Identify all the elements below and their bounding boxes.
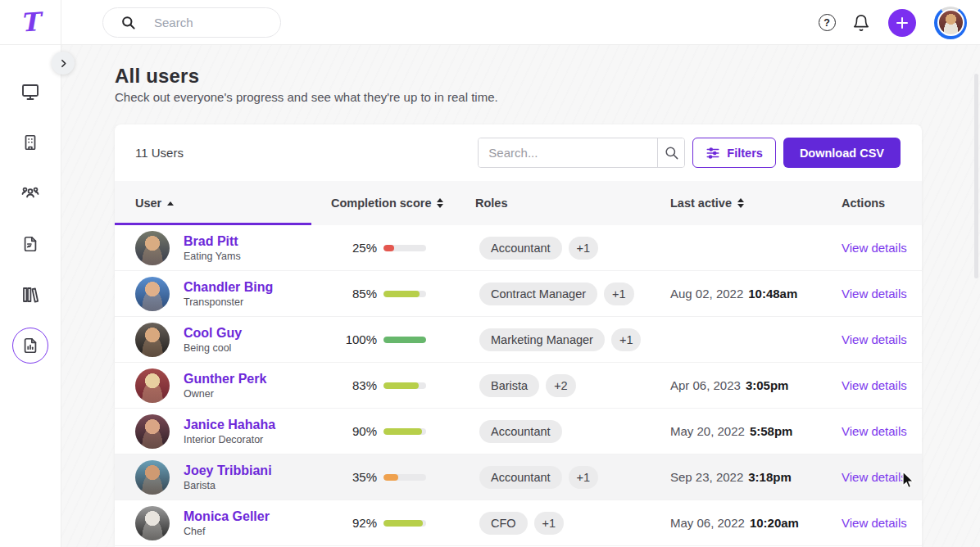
- last-active-date: May 06, 2022: [670, 516, 745, 530]
- user-name-link[interactable]: Gunther Perk: [184, 372, 266, 387]
- user-name-link[interactable]: Cool Guy: [184, 326, 242, 341]
- help-icon: ?: [819, 14, 836, 31]
- building-icon: [21, 133, 39, 151]
- roles-cell: CFO+1: [475, 512, 670, 535]
- actions-cell: View details: [842, 516, 922, 531]
- sidebar-expand-button[interactable]: [52, 52, 75, 75]
- notifications-button[interactable]: [851, 12, 872, 34]
- progress-bar-fill: [383, 337, 426, 343]
- sort-asc-icon: [167, 201, 174, 206]
- role-pill: Accountant: [479, 466, 562, 489]
- completion-score-value: 83%: [331, 378, 377, 392]
- last-active-cell: May 20, 20225:58pm: [670, 424, 842, 438]
- sidebar: [0, 45, 61, 547]
- table-search[interactable]: [478, 138, 685, 168]
- user-name-link[interactable]: Joey Tribbiani: [184, 463, 272, 478]
- global-search-input[interactable]: [154, 16, 269, 29]
- table-row[interactable]: Joey Tribbiani Barista 35% Accountant+1 …: [115, 454, 922, 500]
- sort-icon: [737, 198, 744, 208]
- user-meta: Janice Hahaha Interior Decorator: [184, 418, 275, 445]
- table-row[interactable]: Monica Geller Chef 92% CFO+1 May 06, 202…: [115, 500, 922, 546]
- sidebar-item-contracts[interactable]: [12, 226, 48, 262]
- page-scrollbar[interactable]: [974, 74, 978, 278]
- last-active-cell: [670, 332, 842, 346]
- completion-score-value: 25%: [331, 241, 377, 255]
- user-name-link[interactable]: Brad Pitt: [184, 234, 241, 249]
- sidebar-item-reports[interactable]: [12, 328, 48, 364]
- completion-score-value: 92%: [331, 516, 377, 530]
- user-name-link[interactable]: Monica Geller: [184, 509, 270, 524]
- column-header-completion-score[interactable]: Completion score: [331, 197, 475, 210]
- search-icon: [120, 15, 136, 30]
- global-search[interactable]: [102, 7, 281, 38]
- table-row[interactable]: Janice Hahaha Interior Decorator 90% Acc…: [115, 409, 922, 454]
- actions-cell: View details: [842, 470, 922, 485]
- page-subtitle: Check out everyone's progress and see wh…: [115, 90, 498, 104]
- table-header: User Completion score Roles Last active …: [115, 181, 922, 225]
- last-active-time: 5:58pm: [750, 424, 793, 438]
- app-logo[interactable]: T: [0, 0, 61, 45]
- table-row[interactable]: Cool Guy Being cool 100% Marketing Manag…: [115, 317, 922, 363]
- sidebar-item-dashboard[interactable]: [12, 74, 48, 110]
- view-details-link[interactable]: View details: [842, 378, 907, 392]
- user-subtitle: Owner: [184, 388, 266, 400]
- roles-cell: Contract Manager+1: [475, 283, 670, 305]
- view-details-link[interactable]: View details: [842, 287, 907, 301]
- view-details-link[interactable]: View details: [842, 516, 907, 530]
- column-header-actions: Actions: [842, 197, 922, 210]
- last-active-time: 3:05pm: [746, 378, 789, 392]
- user-cell: Cool Guy Being cool: [135, 323, 331, 357]
- user-subtitle: Barista: [184, 480, 272, 491]
- sidebar-item-organization[interactable]: [12, 124, 48, 160]
- last-active-date: Aug 02, 2022: [670, 287, 743, 301]
- add-new-button[interactable]: [888, 9, 916, 37]
- view-details-link[interactable]: View details: [842, 332, 907, 346]
- sidebar-item-people[interactable]: [12, 175, 48, 211]
- last-active-cell: [670, 241, 842, 255]
- column-header-last-active[interactable]: Last active: [670, 197, 842, 210]
- table-row[interactable]: Brad Pitt Eating Yams 25% Accountant+1 V…: [115, 225, 922, 271]
- bell-icon: [852, 14, 870, 32]
- actions-cell: View details: [842, 424, 922, 439]
- view-details-link[interactable]: View details: [842, 470, 907, 484]
- user-meta: Monica Geller Chef: [184, 509, 270, 537]
- user-subtitle: Eating Yams: [184, 251, 241, 262]
- actions-cell: View details: [842, 332, 922, 347]
- topbar-actions: ?: [816, 0, 967, 45]
- monitor-icon: [20, 82, 40, 102]
- chevron-right-icon: [58, 58, 69, 69]
- completion-score-cell: 83%: [331, 378, 475, 392]
- user-name-link[interactable]: Janice Hahaha: [184, 418, 275, 432]
- profile-avatar[interactable]: [934, 7, 967, 39]
- completion-score-cell: 100%: [331, 332, 475, 346]
- roles-cell: Barista+2: [475, 374, 670, 397]
- user-name-link[interactable]: Chandler Bing: [184, 280, 273, 295]
- user-subtitle: Transponster: [184, 296, 273, 308]
- download-csv-button[interactable]: Download CSV: [783, 138, 901, 168]
- user-cell: Monica Geller Chef: [135, 506, 331, 540]
- avatar: [135, 277, 170, 311]
- table-row[interactable]: Chandler Bing Transponster 85% Contract …: [115, 271, 922, 317]
- extra-roles-pill[interactable]: +1: [611, 328, 642, 351]
- roles-cell: Accountant: [475, 420, 670, 443]
- view-details-link[interactable]: View details: [842, 241, 907, 255]
- extra-roles-pill[interactable]: +1: [604, 283, 634, 305]
- search-icon: [664, 145, 679, 160]
- extra-roles-pill[interactable]: +1: [569, 237, 599, 260]
- sidebar-item-library[interactable]: [12, 277, 48, 313]
- last-active-cell: Apr 06, 20233:05pm: [670, 378, 842, 392]
- extra-roles-pill[interactable]: +2: [546, 374, 576, 397]
- table-search-input[interactable]: [479, 138, 657, 167]
- help-button[interactable]: ?: [816, 12, 837, 34]
- view-details-link[interactable]: View details: [842, 424, 907, 438]
- topbar: T ?: [0, 0, 980, 45]
- roles-cell: Marketing Manager+1: [475, 328, 670, 351]
- extra-roles-pill[interactable]: +1: [569, 466, 599, 489]
- column-header-user[interactable]: User: [135, 197, 331, 210]
- extra-roles-pill[interactable]: +1: [534, 512, 565, 535]
- table-search-button[interactable]: [657, 138, 684, 167]
- filters-button[interactable]: Filters: [692, 138, 776, 168]
- page-title: All users: [115, 65, 199, 88]
- role-pill: Contract Manager: [479, 283, 597, 305]
- table-row[interactable]: Gunther Perk Owner 83% Barista+2 Apr 06,…: [115, 363, 922, 409]
